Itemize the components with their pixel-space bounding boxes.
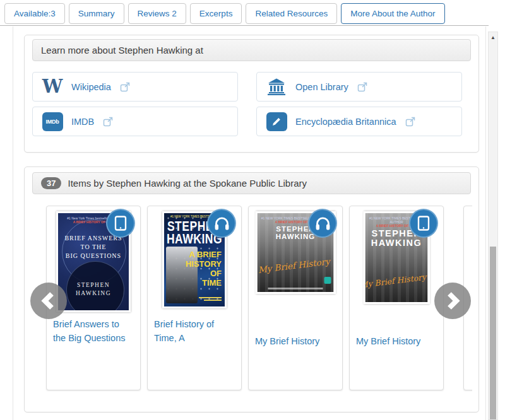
tab-more-about-author[interactable]: More About the Author <box>341 3 444 24</box>
learn-more-heading: Learn more about Stephen Hawking at <box>32 39 471 61</box>
learn-more-panel: Learn more about Stephen Hawking at W Wi… <box>24 35 479 153</box>
pencil-icon <box>265 112 288 131</box>
items-panel: 37 Items by Stephen Hawking at the Spoka… <box>24 166 479 412</box>
book-title-link[interactable]: My Brief History <box>356 334 431 348</box>
tab-bar: Available:3 Summary Reviews 2 Excerpts R… <box>0 0 489 26</box>
scrollbar-thumb[interactable] <box>490 247 496 419</box>
cover-title: A BRIEF HISTORY OF TIME <box>186 250 222 288</box>
author-links-grid: W Wikipedia Open Library <box>32 72 462 136</box>
tablet-icon <box>417 215 431 232</box>
headphones-icon <box>213 216 230 231</box>
cover-narrator-text <box>204 300 222 301</box>
items-heading: Items by Stephen Hawking at the Spokane … <box>68 178 307 189</box>
imdb-icon: IMDb <box>41 112 64 131</box>
external-link-icon <box>103 117 114 127</box>
cover-title: BRIEF ANSWERS TO THE BIG QUESTIONS <box>58 234 129 260</box>
tab-summary[interactable]: Summary <box>69 3 124 24</box>
audiobook-badge <box>207 209 236 238</box>
tablet-icon <box>114 215 128 232</box>
carousel-prev-button[interactable] <box>30 283 67 319</box>
external-link-icon <box>357 82 368 92</box>
book-title-link[interactable]: My Brief History <box>255 334 330 348</box>
chevron-right-icon <box>444 291 461 311</box>
institution-icon <box>265 78 288 95</box>
audio-publisher-logo <box>324 277 331 284</box>
cover-author: STEPHEN HAWKING <box>58 281 129 298</box>
wikipedia-link[interactable]: W Wikipedia <box>32 72 238 102</box>
audiobook-badge <box>308 209 337 238</box>
cover-caption <box>268 288 323 289</box>
link-label: IMDB <box>71 117 94 127</box>
scrollbar-up-arrow[interactable]: ▲ <box>489 33 497 42</box>
items-carousel: #1 New York Times bestselling author A B… <box>32 206 472 395</box>
content-left-border <box>13 26 13 420</box>
book-card[interactable]: #1 NEW YORK TIMES BESTSELLER STEPHEN HAW… <box>147 206 242 390</box>
external-link-icon <box>405 117 416 127</box>
ebook-badge <box>409 209 438 238</box>
link-label: Encyclopædia Britannica <box>295 117 396 127</box>
imdb-link[interactable]: IMDb IMDB <box>32 107 238 136</box>
book-card[interactable]: #1 NEW YORK TIMES BESTSELLING AUTHOR A B… <box>248 206 343 390</box>
items-heading-bar: 37 Items by Stephen Hawking at the Spoka… <box>32 172 471 194</box>
external-link-icon <box>120 82 131 92</box>
link-label: Open Library <box>295 82 348 92</box>
tab-excerpts[interactable]: Excerpts <box>190 3 242 24</box>
wikipedia-w-icon: W <box>41 78 64 96</box>
tab-reviews[interactable]: Reviews 2 <box>128 3 186 24</box>
open-library-link[interactable]: Open Library <box>256 72 462 102</box>
ebook-badge <box>106 209 135 238</box>
link-label: Wikipedia <box>71 82 111 92</box>
tab-available[interactable]: Available:3 <box>4 3 65 24</box>
cover-narrator-text <box>199 297 222 298</box>
content-right-border <box>485 26 486 420</box>
carousel-next-button[interactable] <box>434 283 471 319</box>
item-count-badge: 37 <box>41 177 61 189</box>
tab-related-resources[interactable]: Related Resources <box>246 3 337 24</box>
book-title-link[interactable]: Brief History of Time, A <box>154 317 229 345</box>
britannica-link[interactable]: Encyclopædia Britannica <box>256 107 462 136</box>
book-title-link[interactable]: Brief Answers to the Big Questions <box>53 317 128 345</box>
headphones-icon <box>314 216 331 231</box>
vertical-scrollbar[interactable]: ▲ <box>488 32 498 420</box>
book-card[interactable]: #1 NEW YORK TIMES BESTSELLING AUTHOR A B… <box>349 206 444 390</box>
chevron-left-icon <box>40 291 57 311</box>
